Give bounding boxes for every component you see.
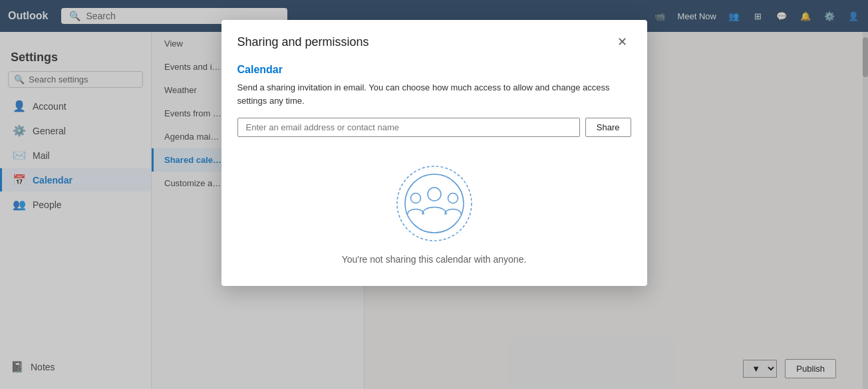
svg-point-0 — [397, 166, 472, 241]
empty-state: You're not sharing this calendar with an… — [237, 158, 631, 270]
svg-point-1 — [405, 174, 464, 233]
svg-point-3 — [410, 194, 420, 203]
dialog-close-button[interactable]: ✕ — [613, 33, 631, 51]
dialog-calendar-title: Calendar — [237, 64, 631, 76]
dialog-body: Calendar Send a sharing invitation in em… — [221, 59, 647, 286]
share-button[interactable]: Share — [585, 118, 631, 137]
email-input[interactable] — [237, 118, 580, 137]
sharing-permissions-dialog: Sharing and permissions ✕ Calendar Send … — [221, 20, 647, 286]
dialog-title: Sharing and permissions — [237, 35, 369, 49]
dialog-header: Sharing and permissions ✕ — [221, 20, 647, 59]
svg-point-4 — [448, 194, 458, 203]
empty-state-label: You're not sharing this calendar with an… — [342, 254, 527, 265]
share-row: Share — [237, 118, 631, 137]
sharing-illustration — [394, 164, 474, 243]
dialog-description: Send a sharing invitation in email. You … — [237, 81, 631, 107]
svg-point-2 — [428, 188, 441, 201]
